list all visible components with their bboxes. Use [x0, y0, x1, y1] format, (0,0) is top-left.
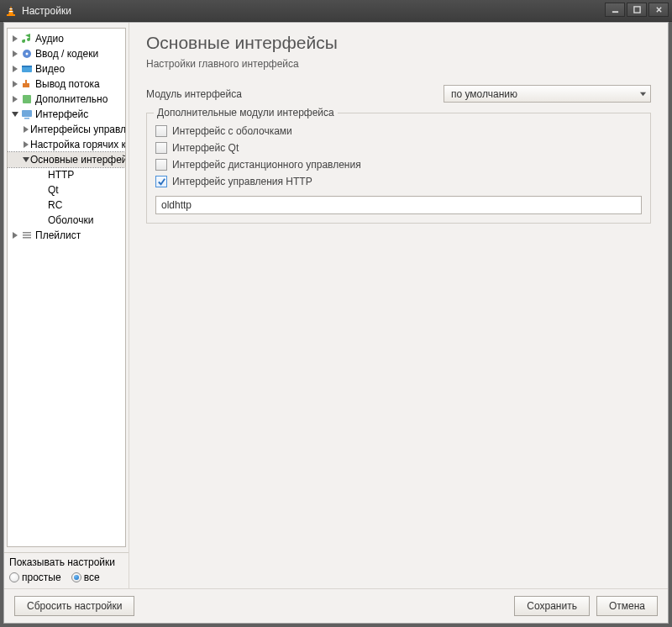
tree-label: Аудио	[35, 33, 64, 45]
svg-rect-1	[9, 8, 12, 9]
interface-module-select[interactable]: по умолчанию	[444, 85, 651, 103]
svg-rect-4	[612, 11, 617, 13]
tree-label: Основные интерфейсы	[30, 154, 126, 166]
expand-icon[interactable]	[11, 50, 19, 58]
expand-icon[interactable]	[11, 95, 19, 103]
checkbox-label: Интерфейс Qt	[172, 142, 239, 154]
tree-item-skins[interactable]: Оболочки	[8, 213, 125, 228]
checkbox[interactable]	[155, 159, 167, 171]
collapse-icon[interactable]	[11, 110, 19, 119]
radio-icon	[9, 572, 19, 582]
save-button[interactable]: Сохранить	[514, 596, 590, 616]
tree-item-advanced[interactable]: Дополнительно	[8, 92, 125, 107]
svg-marker-13	[13, 81, 18, 87]
radio-all[interactable]: все	[71, 572, 100, 583]
window-close-button[interactable]	[648, 3, 669, 17]
svg-marker-28	[640, 92, 646, 96]
svg-marker-24	[13, 232, 18, 239]
tree-item-http[interactable]: HTTP	[8, 167, 125, 182]
svg-marker-10	[13, 66, 18, 72]
svg-rect-20	[24, 118, 29, 119]
expand-icon[interactable]	[11, 80, 19, 88]
tree-label: Интерфейсы управления	[30, 124, 126, 135]
checkbox-label: Интерфейс управления HTTP	[172, 176, 312, 187]
checkbox[interactable]	[155, 176, 167, 187]
expand-icon[interactable]	[11, 231, 19, 240]
tree-label: Настройка горячих клавиш	[30, 139, 126, 150]
tree-label: Плейлист	[35, 229, 81, 241]
svg-marker-22	[24, 141, 29, 148]
expand-icon[interactable]	[23, 125, 29, 134]
vlc-cone-icon	[5, 5, 17, 17]
svg-marker-16	[13, 96, 18, 103]
tree-item-interface[interactable]: Интерфейс	[8, 107, 125, 122]
interface-icon	[20, 108, 33, 120]
stream-output-icon	[20, 78, 33, 90]
expand-icon[interactable]	[11, 65, 19, 73]
content-panel: Основные интерфейсы Настройки главного и…	[129, 23, 668, 588]
radio-label: все	[84, 572, 100, 583]
svg-marker-21	[24, 126, 29, 133]
interface-module-row: Модуль интерфейса по умолчанию	[146, 85, 651, 103]
tree-label: RC	[48, 199, 62, 211]
svg-rect-17	[23, 95, 31, 103]
svg-rect-5	[633, 7, 639, 13]
expand-icon[interactable]	[11, 34, 19, 43]
sidebar: Аудио Ввод / кодеки Видео Вывод потока	[4, 23, 129, 588]
reset-button[interactable]: Сбросить настройки	[14, 596, 134, 616]
svg-point-9	[25, 53, 28, 55]
tree-item-control-interfaces[interactable]: Интерфейсы управления	[8, 122, 125, 137]
tree-item-qt[interactable]: Qt	[8, 182, 125, 198]
select-value: по умолчанию	[451, 88, 517, 100]
svg-marker-23	[23, 157, 29, 162]
tree-item-main-interfaces[interactable]: Основные интерфейсы	[8, 152, 125, 167]
svg-rect-26	[23, 234, 31, 236]
radio-icon	[71, 572, 81, 582]
checkbox-row-remote[interactable]: Интерфейс дистанционного управления	[155, 159, 642, 171]
extra-modules-input[interactable]	[155, 196, 642, 214]
checkbox-row-http[interactable]: Интерфейс управления HTTP	[155, 176, 642, 187]
show-settings-group: Показывать настройки простые все	[4, 552, 129, 588]
checkbox[interactable]	[155, 125, 167, 137]
checkbox-row-qt[interactable]: Интерфейс Qt	[155, 142, 642, 154]
radio-label: простые	[22, 572, 61, 583]
svg-rect-25	[23, 232, 31, 234]
video-icon	[20, 63, 33, 75]
window-maximize-button[interactable]	[627, 3, 647, 17]
svg-rect-27	[23, 237, 31, 239]
svg-marker-6	[13, 35, 18, 42]
tree-item-rc[interactable]: RC	[8, 198, 125, 213]
tree-item-hotkeys[interactable]: Настройка горячих клавиш	[8, 137, 125, 152]
checkbox[interactable]	[155, 142, 167, 154]
tree-label: Вывод потока	[35, 78, 100, 90]
svg-rect-3	[7, 14, 15, 16]
settings-window: Аудио Ввод / кодеки Видео Вывод потока	[3, 22, 669, 624]
advanced-icon	[20, 93, 33, 105]
svg-rect-19	[22, 110, 32, 117]
tree-item-audio[interactable]: Аудио	[8, 31, 125, 46]
playlist-icon	[20, 229, 33, 241]
settings-tree[interactable]: Аудио Ввод / кодеки Видео Вывод потока	[7, 28, 126, 547]
svg-marker-18	[12, 112, 18, 117]
tree-item-input-codecs[interactable]: Ввод / кодеки	[8, 46, 125, 61]
audio-icon	[20, 33, 33, 45]
radio-simple[interactable]: простые	[9, 572, 61, 583]
svg-rect-15	[25, 80, 27, 83]
title-bar: Настройки	[0, 0, 672, 22]
window-minimize-button[interactable]	[605, 3, 625, 17]
tree-item-playlist[interactable]: Плейлист	[8, 228, 125, 243]
svg-rect-12	[22, 66, 32, 67]
checkbox-row-skins[interactable]: Интерфейс с оболочками	[155, 125, 642, 137]
tree-label: Интерфейс	[35, 108, 88, 120]
tree-item-video[interactable]: Видео	[8, 61, 125, 76]
page-title: Основные интерфейсы	[146, 33, 651, 53]
window-title: Настройки	[22, 5, 71, 17]
tree-item-stream-output[interactable]: Вывод потока	[8, 76, 125, 92]
cancel-button[interactable]: Отмена	[596, 596, 658, 616]
svg-rect-2	[9, 11, 13, 12]
svg-marker-0	[8, 6, 13, 14]
chevron-down-icon	[639, 88, 647, 100]
collapse-icon[interactable]	[23, 155, 29, 164]
expand-icon[interactable]	[23, 140, 29, 149]
tree-label: Видео	[35, 63, 65, 75]
